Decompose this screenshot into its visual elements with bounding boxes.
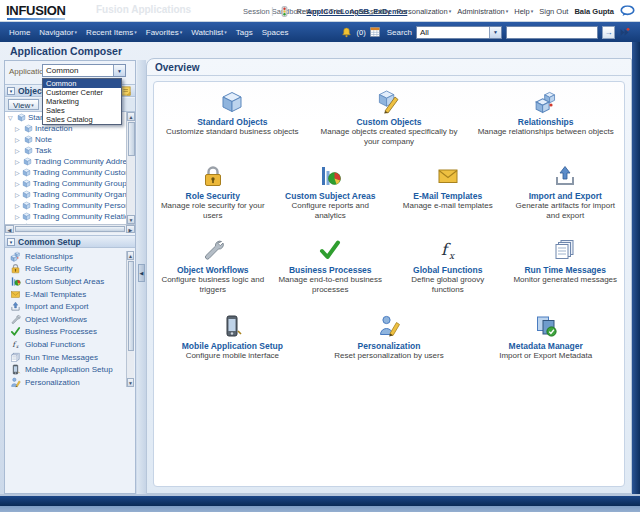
scroll-down-button[interactable]: ▼: [127, 215, 135, 224]
nav-watchlist[interactable]: Watchlist▾: [191, 28, 227, 37]
accessibility-link[interactable]: Accessibility: [350, 7, 391, 16]
nav-home[interactable]: Home: [9, 28, 30, 37]
tree-horizontal-scrollbar[interactable]: ◀ ▶: [5, 224, 135, 233]
nav-recent-items[interactable]: Recent Items▾: [86, 28, 137, 37]
tile-business-processes[interactable]: Business Processes Manage end-to-end bus…: [272, 238, 390, 295]
tile-title-link[interactable]: Custom Objects: [356, 117, 421, 127]
expanded-icon[interactable]: ▽: [8, 114, 15, 121]
scroll-up-button[interactable]: ▲: [127, 251, 134, 260]
setup-vertical-scrollbar[interactable]: ▲ ▼: [126, 251, 134, 387]
search-input[interactable]: [506, 26, 598, 39]
tile-title-link[interactable]: E-Mail Templates: [413, 191, 482, 201]
tile-import-export[interactable]: Import and Export Generate artifacts for…: [507, 164, 625, 221]
nav-navigator[interactable]: Navigator▾: [39, 28, 77, 37]
advanced-search-icon[interactable]: [619, 27, 630, 38]
dropdown-option[interactable]: Sales Catalog: [43, 115, 121, 124]
tree-vertical-scrollbar[interactable]: ▲ ▼: [126, 112, 135, 224]
scroll-up-button[interactable]: ▲: [127, 112, 135, 121]
dropdown-option[interactable]: Customer Center: [43, 88, 121, 97]
search-go-button[interactable]: →: [602, 26, 615, 39]
help-menu[interactable]: Help▾: [514, 7, 533, 16]
tree-item[interactable]: ▷Trading Community Address: [5, 156, 135, 167]
setup-item-role-security[interactable]: Role Security: [5, 263, 135, 276]
tree-item[interactable]: ▷Trading Community Person Profile: [5, 200, 135, 211]
nav-spaces[interactable]: Spaces: [262, 28, 289, 37]
calendar-grid-icon[interactable]: [370, 27, 380, 37]
tree-item[interactable]: ▷Trading Community Relationship: [5, 211, 135, 222]
tile-title-link[interactable]: Role Security: [186, 191, 240, 201]
setup-item-email-templates[interactable]: E-Mail Templates: [5, 288, 135, 301]
personalization-menu[interactable]: Personalization▾: [396, 7, 451, 16]
scrollbar-thumb[interactable]: [15, 226, 125, 232]
chat-icon[interactable]: [620, 5, 635, 17]
tree-item[interactable]: ▷Trading Community Customer Contact: [5, 167, 135, 178]
collapsed-icon[interactable]: ▷: [15, 180, 20, 187]
tile-title-link[interactable]: Mobile Application Setup: [182, 341, 283, 351]
scroll-right-button[interactable]: ▶: [126, 225, 135, 233]
tile-relationships[interactable]: Relationships Manage relationships betwe…: [467, 90, 624, 147]
tile-custom-subject-areas[interactable]: Custom Subject Areas Configure reports a…: [272, 164, 390, 221]
tile-email-templates[interactable]: E-Mail Templates Manage e-mail templates: [389, 164, 507, 221]
setup-item-business-processes[interactable]: Business Processes: [5, 326, 135, 339]
collapsed-icon[interactable]: ▷: [15, 125, 22, 132]
setup-item-personalization[interactable]: Personalization: [5, 376, 135, 389]
tile-object-workflows[interactable]: Object Workflows Configure business logi…: [154, 238, 272, 295]
tile-role-security[interactable]: Role Security Manage role security for y…: [154, 164, 272, 221]
tile-title-link[interactable]: Metadata Manager: [509, 341, 583, 351]
chevron-down-icon[interactable]: ▼: [113, 65, 125, 76]
tile-personalization[interactable]: Personalization Reset personalization by…: [311, 314, 468, 361]
application-select[interactable]: Common ▼: [42, 64, 126, 77]
tile-mobile-application-setup[interactable]: Mobile Application Setup Configure mobil…: [154, 314, 311, 361]
tile-title-link[interactable]: Relationships: [518, 117, 574, 127]
setup-item-object-workflows[interactable]: Object Workflows: [5, 313, 135, 326]
scrollbar-thumb[interactable]: [128, 122, 135, 156]
collapse-icon[interactable]: ▾: [7, 87, 15, 95]
setup-item-custom-subject-areas[interactable]: Custom Subject Areas: [5, 275, 135, 288]
tile-title-link[interactable]: Business Processes: [289, 265, 372, 275]
collapsed-icon[interactable]: ▷: [15, 213, 20, 220]
tree-item[interactable]: ▷Task: [5, 145, 135, 156]
tile-title-link[interactable]: Object Workflows: [177, 265, 249, 275]
collapsed-icon[interactable]: ▷: [15, 136, 22, 143]
setup-item-global-functions[interactable]: Global Functions: [5, 338, 135, 351]
collapsed-icon[interactable]: ▷: [15, 202, 20, 209]
dropdown-option[interactable]: Marketing: [43, 97, 121, 106]
panel-splitter[interactable]: ◀: [137, 60, 146, 494]
sign-out-link[interactable]: Sign Out: [539, 7, 568, 16]
tile-title-link[interactable]: Personalization: [358, 341, 421, 351]
view-menu-button[interactable]: View▾: [8, 99, 39, 110]
chevron-down-icon[interactable]: ▼: [489, 27, 501, 38]
search-scope-select[interactable]: All▼: [416, 26, 502, 39]
scroll-left-button[interactable]: ◀: [5, 225, 14, 233]
setup-item-run-time-messages[interactable]: Run Time Messages: [5, 351, 135, 364]
return-to-trial-link[interactable]: Return to Trial: [296, 7, 343, 16]
common-setup-header[interactable]: ▾ Common Setup: [5, 235, 135, 248]
tile-global-functions[interactable]: Global Functions Define global groovy fu…: [389, 238, 507, 295]
tile-title-link[interactable]: Custom Subject Areas: [285, 191, 375, 201]
collapse-icon[interactable]: ▾: [7, 238, 15, 246]
collapsed-icon[interactable]: ▷: [15, 169, 20, 176]
tree-item[interactable]: ▷Trading Community Organization Profile: [5, 189, 135, 200]
collapsed-icon[interactable]: ▷: [15, 147, 22, 154]
tile-title-link[interactable]: Standard Objects: [197, 117, 267, 127]
dropdown-option[interactable]: Sales: [43, 106, 121, 115]
tile-standard-objects[interactable]: Standard Objects Customize standard busi…: [154, 90, 311, 147]
administration-menu[interactable]: Administration▾: [457, 7, 508, 16]
tree-item[interactable]: ▷Note: [5, 134, 135, 145]
scroll-down-button[interactable]: ▼: [127, 378, 134, 387]
setup-item-import-export[interactable]: Import and Export: [5, 300, 135, 313]
alerts-bell-icon[interactable]: [341, 27, 352, 38]
tree-item[interactable]: ▷Trading Community Group Profile: [5, 178, 135, 189]
collapsed-icon[interactable]: ▷: [15, 158, 21, 165]
tile-metadata-manager[interactable]: Metadata Manager Import or Export Metada…: [467, 314, 624, 361]
setup-item-relationships[interactable]: Relationships: [5, 250, 135, 263]
scrollbar-thumb[interactable]: [128, 261, 134, 351]
collapsed-icon[interactable]: ▷: [15, 191, 20, 198]
dropdown-option[interactable]: Common: [43, 79, 121, 88]
tile-title-link[interactable]: Global Functions: [413, 265, 482, 275]
tile-title-link[interactable]: Import and Export: [529, 191, 602, 201]
tile-custom-objects[interactable]: Custom Objects Manage objects created sp…: [311, 90, 468, 147]
nav-favorites[interactable]: Favorites▾: [146, 28, 182, 37]
tile-run-time-messages[interactable]: Run Time Messages Monitor generated mess…: [507, 238, 625, 295]
collapse-pane-handle[interactable]: ◀: [138, 264, 145, 282]
